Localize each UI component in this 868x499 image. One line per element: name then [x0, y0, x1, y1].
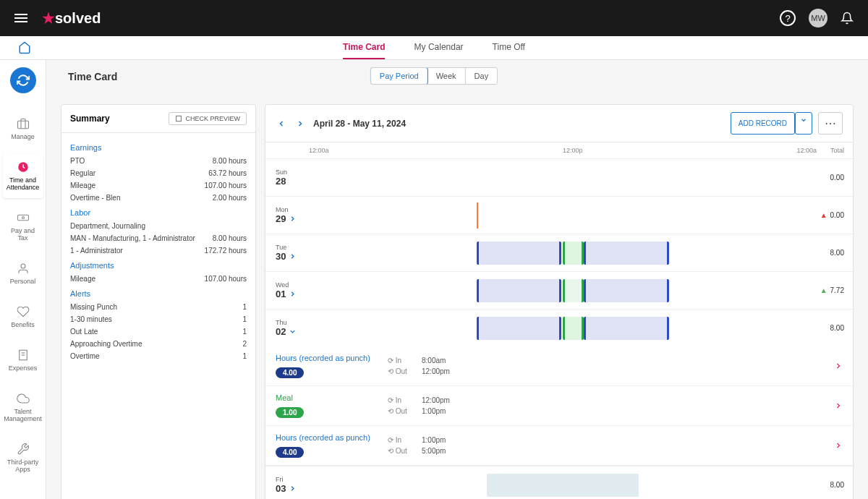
svg-rect-0	[17, 121, 28, 129]
cat-labor: Labor	[70, 208, 247, 217]
expand-day-icon[interactable]	[289, 290, 297, 298]
heart-icon	[17, 305, 30, 318]
summary-row-label: Mileage	[70, 182, 95, 189]
entry-chevron-icon[interactable]	[834, 362, 843, 370]
in-label: ⟳ In	[388, 396, 413, 404]
sidebar-item-expenses[interactable]: Expenses	[3, 341, 43, 379]
day-track[interactable]	[309, 200, 817, 231]
help-icon[interactable]: ?	[780, 10, 796, 26]
bell-icon[interactable]	[841, 12, 854, 25]
summary-row-value: 1	[242, 328, 247, 336]
out-time: 1:00pm	[422, 407, 446, 415]
expanded-entry: Hours (recorded as punch)4.00⟳ In8:00am⟲…	[265, 346, 853, 386]
alert-ok-icon: ▲	[820, 286, 827, 294]
avatar[interactable]: MW	[809, 9, 827, 27]
svg-rect-2	[17, 215, 28, 221]
sidebar-item-benefits[interactable]: Benefits	[3, 298, 43, 336]
in-label: ⟳ In	[388, 357, 413, 364]
day-track[interactable]	[309, 275, 817, 307]
day-total: 8.00	[817, 249, 853, 257]
sidebar-item-manage[interactable]: Manage	[3, 110, 43, 148]
out-label: ⟲ Out	[388, 367, 413, 375]
summary-row-value: 1	[242, 352, 247, 360]
day-row: Fri038.00	[265, 466, 853, 499]
out-time: 12:00pm	[422, 367, 450, 375]
expand-day-icon[interactable]	[289, 215, 297, 223]
logo-text: solved	[55, 10, 101, 27]
summary-title: Summary	[70, 114, 110, 124]
seg-day[interactable]: Day	[466, 68, 498, 84]
summary-header: Summary CHECK PREVIEW	[61, 105, 255, 133]
add-record-button[interactable]: ADD RECORD	[731, 112, 795, 135]
sidebar-item-label: Personal	[10, 278, 36, 285]
time-header: 12:00a 12:00p 12:00a Total	[265, 142, 853, 158]
seg-week[interactable]: Week	[427, 68, 466, 84]
person-icon	[17, 262, 30, 275]
in-time: 8:00am	[422, 357, 446, 364]
day-label: Fri03	[265, 476, 309, 494]
summary-row-value: 8.00 hours	[213, 234, 247, 242]
tab-my-calendar[interactable]: My Calendar	[414, 36, 464, 59]
segment-toolbar: Pay Period Week Day	[370, 67, 498, 85]
time-label: 12:00p	[563, 147, 583, 154]
cat-earnings: Earnings	[70, 143, 247, 152]
day-row: Mon29▲0.00	[265, 196, 853, 234]
clock-icon	[17, 161, 30, 174]
day-total: 8.00	[817, 324, 853, 332]
day-label: Wed01	[265, 281, 309, 299]
day-track[interactable]	[309, 162, 817, 194]
more-button[interactable]: ⋯	[818, 112, 843, 135]
subnav-tabs: Time Card My Calendar Time Off	[343, 36, 525, 59]
timecard-grid: 12:00a 12:00p 12:00a Total Sun280.00Mon2…	[265, 142, 853, 499]
summary-row: PTO8.00 hours	[70, 155, 247, 167]
entry-chevron-icon[interactable]	[834, 401, 843, 410]
next-arrow-icon[interactable]	[294, 118, 306, 129]
expanded-entry: Meal1.00⟳ In12:00pm⟲ Out1:00pm	[265, 386, 853, 426]
sidebar-item-label: Manage	[11, 133, 35, 140]
expand-day-icon[interactable]	[289, 328, 297, 336]
refresh-button[interactable]	[10, 67, 36, 93]
home-icon[interactable]	[18, 41, 31, 54]
total-label: Total	[817, 147, 853, 154]
day-track[interactable]	[309, 469, 817, 500]
day-label: Tue30	[265, 244, 309, 262]
summary-row: MAN - Manufacturing, 1 - Administrator8.…	[70, 232, 247, 244]
sidebar-item-personal[interactable]: Personal	[3, 255, 43, 292]
seg-pay-period[interactable]: Pay Period	[370, 67, 428, 85]
day-row: Wed01▲7.72	[265, 271, 853, 309]
summary-row-value: 2	[242, 340, 247, 348]
timecard-panel: April 28 - May 11, 2024 ADD RECORD ⋯ 12:…	[265, 104, 854, 499]
add-record-dropdown[interactable]	[795, 112, 812, 135]
entry-title: Hours (recorded as punch)	[276, 354, 388, 362]
cloud-icon	[17, 392, 30, 405]
summary-row-label: Overtime - Blen	[70, 194, 120, 202]
tab-time-card[interactable]: Time Card	[343, 36, 385, 59]
timecard-header: April 28 - May 11, 2024 ADD RECORD ⋯	[265, 105, 853, 142]
expand-day-icon[interactable]	[289, 485, 297, 492]
entry-chevron-icon[interactable]	[834, 441, 843, 450]
summary-row-label: Mileage	[70, 275, 95, 283]
summary-row-label: Regular	[70, 169, 95, 177]
prev-arrow-icon[interactable]	[276, 118, 287, 129]
expand-day-icon[interactable]	[289, 252, 297, 260]
hamburger-icon[interactable]	[14, 14, 27, 22]
summary-row-label: PTO	[70, 157, 85, 165]
day-track[interactable]	[309, 312, 817, 344]
sidebar-item-label: Third-party Apps	[6, 459, 41, 473]
check-preview-button[interactable]: CHECK PREVIEW	[169, 112, 247, 125]
sidebar-item-apps[interactable]: Third-party Apps	[3, 435, 43, 480]
sidebar-item-pay[interactable]: Pay and Tax	[3, 204, 43, 249]
app-header: ★solved ? MW	[0, 0, 868, 36]
day-row: Sun280.00	[265, 158, 853, 196]
day-track[interactable]	[309, 237, 817, 269]
tab-time-off[interactable]: Time Off	[493, 36, 525, 59]
cat-adjustments: Adjustments	[70, 261, 247, 270]
receipt-icon	[17, 349, 30, 362]
header-right: ? MW	[780, 9, 854, 27]
summary-row: 1 - Administrator172.72 hours	[70, 244, 247, 257]
summary-body: Earnings PTO8.00 hoursRegular63.72 hours…	[61, 133, 255, 368]
summary-row: Regular63.72 hours	[70, 167, 247, 179]
sidebar-item-talent[interactable]: Talent Management	[3, 385, 43, 430]
in-time: 12:00pm	[422, 396, 450, 404]
sidebar-item-time[interactable]: Time and Attendance	[3, 153, 43, 198]
